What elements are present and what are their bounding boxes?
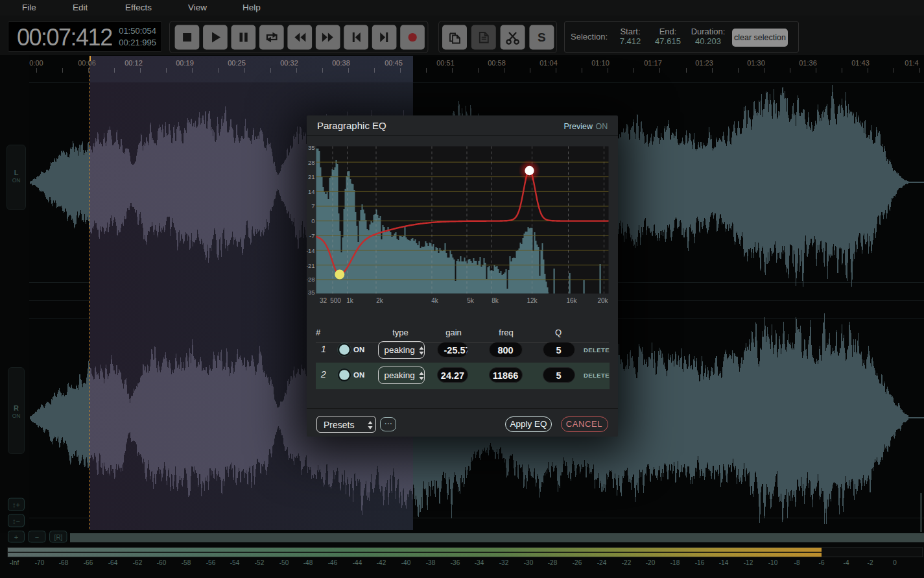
svg-text:-32: -32 (499, 559, 509, 566)
svg-text:20k: 20k (597, 297, 608, 304)
svg-text:-30: -30 (524, 559, 534, 566)
svg-text:-46: -46 (328, 559, 338, 566)
svg-text:-14: -14 (719, 559, 729, 566)
svg-text:-40: -40 (401, 559, 411, 566)
svg-text:8k: 8k (492, 297, 499, 304)
svg-text:28: 28 (307, 159, 314, 166)
svg-text:-56: -56 (206, 559, 216, 566)
svg-text:-50: -50 (279, 559, 289, 566)
svg-text:-52: -52 (255, 559, 265, 566)
svg-text:-26: -26 (573, 559, 582, 566)
svg-text:-66: -66 (84, 559, 93, 566)
svg-text:-36: -36 (451, 559, 460, 566)
svg-text:14: 14 (307, 188, 314, 195)
svg-text:21: 21 (307, 173, 314, 180)
svg-text:1k: 1k (346, 297, 354, 304)
svg-text:-24: -24 (597, 559, 607, 566)
svg-text:-60: -60 (157, 559, 167, 566)
svg-text:-70: -70 (35, 559, 45, 566)
svg-text:-28: -28 (307, 276, 315, 283)
svg-text:-20: -20 (646, 559, 656, 566)
svg-text:5k: 5k (467, 297, 475, 304)
svg-text:12k: 12k (527, 297, 538, 304)
svg-text:-2: -2 (868, 559, 873, 566)
svg-text:-54: -54 (230, 559, 240, 566)
svg-text:4k: 4k (431, 297, 439, 304)
svg-text:-8: -8 (794, 559, 800, 566)
svg-text:-12: -12 (744, 559, 753, 566)
svg-text:-64: -64 (108, 559, 118, 566)
svg-text:-Inf: -Inf (10, 559, 19, 566)
svg-text:0: 0 (893, 559, 897, 566)
svg-text:-28: -28 (548, 559, 558, 566)
svg-text:-38: -38 (426, 559, 436, 566)
svg-text:7: 7 (311, 202, 314, 210)
svg-text:-58: -58 (182, 559, 191, 566)
svg-text:-10: -10 (768, 559, 778, 566)
svg-text:-44: -44 (353, 559, 362, 566)
svg-text:16k: 16k (566, 297, 577, 304)
svg-text:-68: -68 (59, 559, 69, 566)
svg-text:32: 32 (319, 297, 327, 304)
svg-text:-14: -14 (307, 247, 315, 254)
svg-text:-48: -48 (303, 559, 313, 566)
svg-text:-21: -21 (307, 262, 315, 269)
svg-text:35: 35 (307, 289, 314, 296)
svg-text:35: 35 (307, 144, 314, 151)
svg-text:-42: -42 (377, 559, 386, 566)
svg-text:-34: -34 (475, 559, 484, 566)
svg-text:-6: -6 (819, 559, 825, 566)
svg-text:2k: 2k (376, 297, 384, 304)
svg-text:-18: -18 (670, 559, 680, 566)
svg-text:500: 500 (330, 297, 341, 304)
svg-text:-22: -22 (622, 559, 632, 566)
svg-text:-16: -16 (695, 559, 705, 566)
svg-text:0: 0 (311, 217, 314, 224)
svg-text:-62: -62 (133, 559, 143, 566)
svg-text:-4: -4 (844, 559, 849, 566)
svg-text:-7: -7 (309, 232, 314, 239)
